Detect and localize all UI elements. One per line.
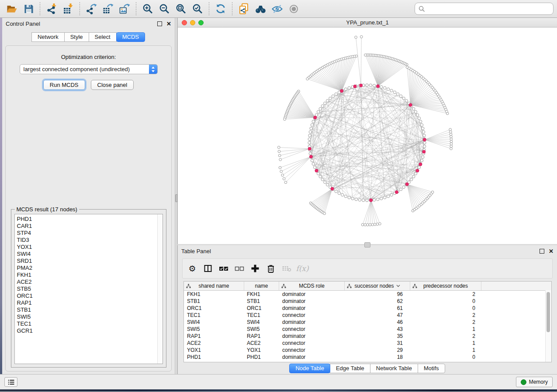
control-panel-tab[interactable]: Style xyxy=(64,32,89,42)
run-mcds-button[interactable]: Run MCDS xyxy=(43,80,85,90)
import-network-button[interactable] xyxy=(43,1,60,17)
control-panel-titlebar: Control Panel ✕ xyxy=(2,18,175,28)
mcds-result-node[interactable]: CAR1 xyxy=(17,223,163,230)
mcds-result-node[interactable]: SWI5 xyxy=(17,313,163,320)
open-button[interactable] xyxy=(3,1,20,17)
mcds-result-node[interactable]: STB1 xyxy=(17,306,163,313)
table-tab[interactable]: Node Table xyxy=(289,364,330,373)
tab-label: Node Table xyxy=(295,365,324,371)
network-graph[interactable] xyxy=(178,28,557,244)
cell-successor-nodes: 96 xyxy=(345,291,410,297)
right-column: YPA_prune.txt_1 Table Panel ✕ ⚙ xyxy=(177,18,557,374)
hide-nodes-button[interactable] xyxy=(285,1,302,17)
table-row[interactable]: TEC1 TEC1 connector 47 2 xyxy=(184,312,551,319)
table-panel-close-icon[interactable]: ✕ xyxy=(549,248,554,254)
table-row[interactable]: YOX1 YOX1 connector 29 1 xyxy=(184,347,551,354)
eye-slash-icon xyxy=(271,3,283,15)
cell-predecessor-nodes: 2 xyxy=(410,312,481,318)
show-graphics-details-button[interactable] xyxy=(269,1,285,17)
deselect-all-button[interactable] xyxy=(232,261,246,275)
cell-shared-name: PHD1 xyxy=(184,354,244,360)
control-panel-tab[interactable]: MCDS xyxy=(116,32,145,42)
delete-column-button[interactable] xyxy=(264,261,278,275)
clone-network-button[interactable] xyxy=(235,1,252,17)
mcds-result-node[interactable]: RAP1 xyxy=(17,299,163,306)
column-header-predecessor-nodes[interactable]: predecessor nodes xyxy=(410,282,481,290)
table-row[interactable]: STB1 STB1 dominator 62 0 xyxy=(184,298,551,305)
mcds-result-node[interactable]: ACE2 xyxy=(17,279,163,285)
control-panel-tab[interactable]: Select xyxy=(89,32,117,42)
cell-shared-name: STB1 xyxy=(184,298,244,304)
search-icon xyxy=(419,6,425,12)
mcds-result-node[interactable]: ORC1 xyxy=(17,292,163,299)
mcds-result-node[interactable]: YOX1 xyxy=(17,244,163,251)
column-label: name xyxy=(255,283,268,289)
export-image-button[interactable] xyxy=(116,1,133,17)
splitter-grip[interactable] xyxy=(364,242,370,248)
table-tab[interactable]: Network Table xyxy=(370,364,418,373)
control-panel-close-icon[interactable]: ✕ xyxy=(166,21,171,27)
mcds-result-node[interactable]: SWI4 xyxy=(17,251,163,258)
network-window-title: YPA_prune.txt_1 xyxy=(178,19,557,26)
mcds-result-node[interactable]: FKH1 xyxy=(17,272,163,279)
table-row[interactable]: RAP1 RAP1 dominator 35 2 xyxy=(184,333,551,340)
column-header-successor-nodes[interactable]: successor nodes xyxy=(345,282,410,290)
table-settings-button[interactable]: ⚙ xyxy=(185,261,199,275)
cell-shared-name: ACE2 xyxy=(184,340,244,346)
zoom-selected-button[interactable] xyxy=(189,1,206,17)
table-row[interactable]: ORC1 ORC1 dominator 61 0 xyxy=(184,305,551,312)
export-network-button[interactable] xyxy=(83,1,100,17)
table-tab[interactable]: Motifs xyxy=(418,364,445,373)
mcds-result-node[interactable]: PMA2 xyxy=(17,265,163,272)
tab-label: Style xyxy=(70,34,83,40)
splitter-grip[interactable] xyxy=(175,194,178,202)
mcds-result-node[interactable]: STB5 xyxy=(17,285,163,292)
table-row[interactable]: FKH1 FKH1 dominator 96 2 xyxy=(184,291,551,298)
column-header-shared-name[interactable]: shared name xyxy=(184,282,244,290)
create-column-button[interactable] xyxy=(248,261,262,275)
control-panel-tab[interactable]: Network xyxy=(31,32,65,42)
mcds-result-node[interactable]: GCR1 xyxy=(17,327,163,334)
scrollbar-thumb[interactable] xyxy=(547,292,550,332)
result-list-scrollbar[interactable] xyxy=(157,214,163,364)
desktop-background-bottom xyxy=(0,389,557,392)
table-tab[interactable]: Edge Table xyxy=(330,364,370,373)
horizontal-splitter[interactable] xyxy=(177,244,557,245)
mcds-result-node[interactable]: PHD1 xyxy=(17,216,163,223)
table-row[interactable]: PHD1 PHD1 dominator 18 0 xyxy=(184,354,551,361)
show-columns-button[interactable] xyxy=(201,261,215,275)
control-panel: Control Panel ✕ NetworkStyleSelectMCDS O… xyxy=(2,18,175,374)
task-history-button[interactable] xyxy=(4,377,17,387)
memory-button[interactable]: Memory xyxy=(516,377,553,387)
select-all-button[interactable] xyxy=(217,261,231,275)
mcds-result-node[interactable]: SRD1 xyxy=(17,258,163,265)
search-input[interactable] xyxy=(428,5,550,13)
mcds-result-node[interactable]: STP4 xyxy=(17,230,163,237)
table-scrollbar[interactable] xyxy=(545,290,551,362)
table-row[interactable]: SWI4 SWI4 dominator 46 2 xyxy=(184,319,551,326)
vertical-splitter[interactable] xyxy=(175,18,177,374)
float-window-icon[interactable] xyxy=(540,249,544,254)
import-table-button[interactable] xyxy=(60,1,76,17)
close-panel-button[interactable]: Close panel xyxy=(91,80,134,90)
column-header-mcds-role[interactable]: MCDS role xyxy=(279,282,345,290)
mcds-result-node[interactable]: TEC1 xyxy=(17,320,163,327)
refresh-button[interactable] xyxy=(212,1,229,17)
table-row[interactable]: ACE2 ACE2 connector 31 1 xyxy=(184,340,551,347)
save-button[interactable] xyxy=(20,1,37,17)
zoom-out-button[interactable] xyxy=(156,1,173,17)
network-canvas[interactable] xyxy=(178,28,557,244)
mcds-result-list[interactable]: PHD1CAR1STP4TID3YOX1SWI4SRD1PMA2FKH1ACE2… xyxy=(14,214,163,364)
criterion-select[interactable]: largest connected component (undirected) xyxy=(20,64,158,74)
mcds-result-node[interactable]: TID3 xyxy=(17,237,163,244)
cell-predecessor-nodes: 1 xyxy=(410,326,481,332)
export-table-button[interactable] xyxy=(100,1,116,17)
cell-predecessor-nodes: 0 xyxy=(410,305,481,311)
find-button[interactable] xyxy=(252,1,269,17)
zoom-fit-button[interactable] xyxy=(173,1,189,17)
table-row[interactable]: SWI5 SWI5 connector 43 1 xyxy=(184,326,551,333)
cell-predecessor-nodes: 0 xyxy=(410,354,481,360)
zoom-in-button[interactable] xyxy=(139,1,156,17)
column-header-name[interactable]: name xyxy=(244,282,279,290)
float-window-icon[interactable] xyxy=(157,21,162,26)
